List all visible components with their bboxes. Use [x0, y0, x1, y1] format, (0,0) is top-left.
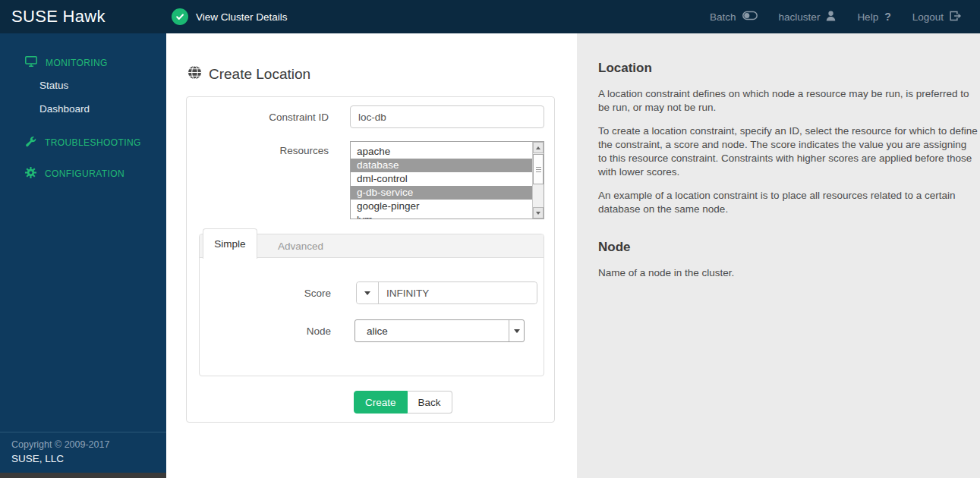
help-node-paragraph: Name of a node in the cluster.: [598, 266, 978, 280]
sidebar-footer: Copyright © 2009-2017 SUSE, LLC: [0, 432, 166, 473]
chevron-down-icon: [536, 212, 540, 215]
main-content: Create Location Constraint ID Resources …: [166, 33, 577, 478]
topbar: SUSE Hawk View Cluster Details Batch hac…: [0, 0, 980, 33]
user-menu[interactable]: hacluster: [768, 11, 847, 24]
check-circle-icon: [172, 8, 188, 25]
tab-simple[interactable]: Simple: [203, 228, 257, 259]
resource-option[interactable]: google-pinger: [351, 200, 532, 213]
configuration-label: CONFIGURATION: [45, 168, 124, 179]
sidebar: MONITORING Status Dashboard TROUBLESHOOT…: [0, 33, 166, 478]
score-input-group: [356, 281, 537, 304]
node-select[interactable]: alice: [355, 319, 525, 342]
scroll-down-button[interactable]: [533, 207, 544, 219]
logout-link[interactable]: Logout: [902, 11, 972, 24]
sidebar-item-monitoring[interactable]: MONITORING: [0, 56, 166, 69]
user-label: hacluster: [779, 11, 821, 23]
troubleshooting-label: TROUBLESHOOTING: [45, 137, 141, 148]
node-label: Node: [200, 325, 331, 337]
question-mark-icon: ?: [884, 11, 891, 23]
batch-link[interactable]: Batch: [699, 11, 768, 23]
constraint-tab-panel: Simple Advanced Score Node alice: [199, 234, 544, 376]
sign-out-icon: [950, 11, 962, 24]
create-location-form: Constraint ID Resources apache database …: [186, 96, 555, 423]
user-icon: [826, 11, 836, 24]
app-logo[interactable]: SUSE Hawk: [0, 7, 166, 27]
batch-label: Batch: [710, 11, 736, 23]
company-text: SUSE, LLC: [11, 453, 166, 464]
sidebar-item-status[interactable]: Status: [0, 80, 166, 91]
help-location-title: Location: [598, 61, 980, 76]
help-location-paragraph-3: An example of a location constraint is t…: [598, 189, 978, 216]
node-dropdown-button[interactable]: [509, 320, 524, 341]
help-panel: Location A location constraint defines o…: [577, 33, 980, 478]
resources-label: Resources: [187, 145, 329, 156]
caret-down-icon: [364, 291, 370, 295]
back-button[interactable]: Back: [408, 391, 452, 414]
bottom-strip: [0, 473, 166, 478]
caret-down-icon: [514, 329, 520, 333]
cluster-status[interactable]: View Cluster Details: [172, 8, 288, 25]
resource-option[interactable]: g-db-service: [351, 186, 532, 200]
monitor-icon: [25, 56, 37, 69]
wrench-icon: [25, 136, 36, 149]
resources-scrollbar[interactable]: [532, 142, 544, 219]
score-input[interactable]: [379, 282, 537, 303]
resources-list: apache database dml-control g-db-service…: [351, 142, 532, 219]
scrollbar-thumb[interactable]: [533, 154, 544, 184]
score-label: Score: [200, 288, 331, 299]
cluster-status-label: View Cluster Details: [196, 11, 288, 23]
tab-advanced[interactable]: Advanced: [267, 234, 334, 258]
sidebar-item-dashboard[interactable]: Dashboard: [0, 103, 166, 115]
chevron-up-icon: [536, 146, 540, 149]
resource-option[interactable]: apache: [351, 145, 532, 159]
toggle-icon: [742, 11, 758, 23]
help-label: Help: [857, 11, 878, 23]
resource-option[interactable]: database: [351, 159, 532, 172]
topbar-links: Batch hacluster Help ? Logout: [699, 11, 980, 24]
help-link[interactable]: Help ?: [846, 11, 901, 23]
form-actions: Create Back: [354, 391, 452, 414]
score-dropdown-button[interactable]: [357, 282, 379, 303]
create-button[interactable]: Create: [354, 391, 408, 414]
sidebar-item-troubleshooting[interactable]: TROUBLESHOOTING: [0, 136, 166, 149]
gear-icon: [25, 167, 36, 181]
scroll-up-button[interactable]: [533, 142, 544, 153]
page-title: Create Location: [187, 65, 310, 83]
help-node-title: Node: [598, 240, 980, 255]
resource-option[interactable]: dml-control: [351, 172, 532, 186]
constraint-id-label: Constraint ID: [187, 112, 329, 123]
constraint-id-input[interactable]: [350, 105, 544, 128]
sidebar-item-configuration[interactable]: CONFIGURATION: [0, 167, 166, 181]
copyright-text: Copyright © 2009-2017: [11, 439, 166, 450]
monitoring-label: MONITORING: [46, 58, 108, 68]
logout-label: Logout: [912, 11, 944, 23]
page-title-text: Create Location: [209, 66, 310, 83]
resources-multiselect[interactable]: apache database dml-control g-db-service…: [350, 141, 544, 219]
node-selected-value: alice: [355, 320, 509, 341]
help-location-paragraph-1: A location constraint defines on which n…: [598, 87, 978, 115]
globe-icon: [187, 65, 202, 83]
resource-option[interactable]: lvm: [351, 213, 532, 219]
help-location-paragraph-2: To create a location constraint, specify…: [598, 124, 978, 179]
